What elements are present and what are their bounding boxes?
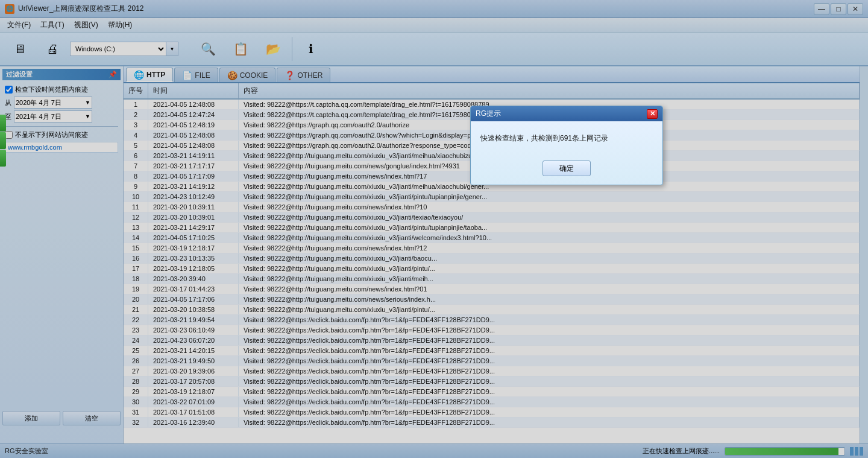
dialog-title-bar: RG提示 ✕ bbox=[471, 106, 662, 121]
dialog: RG提示 ✕ 快速检查结束，共检测到691条上网记录 确定 bbox=[470, 106, 663, 185]
dialog-message: 快速检查结束，共检测到691条上网记录 bbox=[480, 134, 608, 142]
dialog-overlay: RG提示 ✕ 快速检查结束，共检测到691条上网记录 确定 bbox=[0, 0, 868, 458]
dialog-close-button[interactable]: ✕ bbox=[647, 109, 658, 119]
dialog-body: 快速检查结束，共检测到691条上网记录 bbox=[471, 121, 662, 156]
dialog-footer: 确定 bbox=[471, 156, 662, 185]
dialog-ok-button[interactable]: 确定 bbox=[542, 161, 591, 176]
dialog-title: RG提示 bbox=[476, 109, 501, 119]
